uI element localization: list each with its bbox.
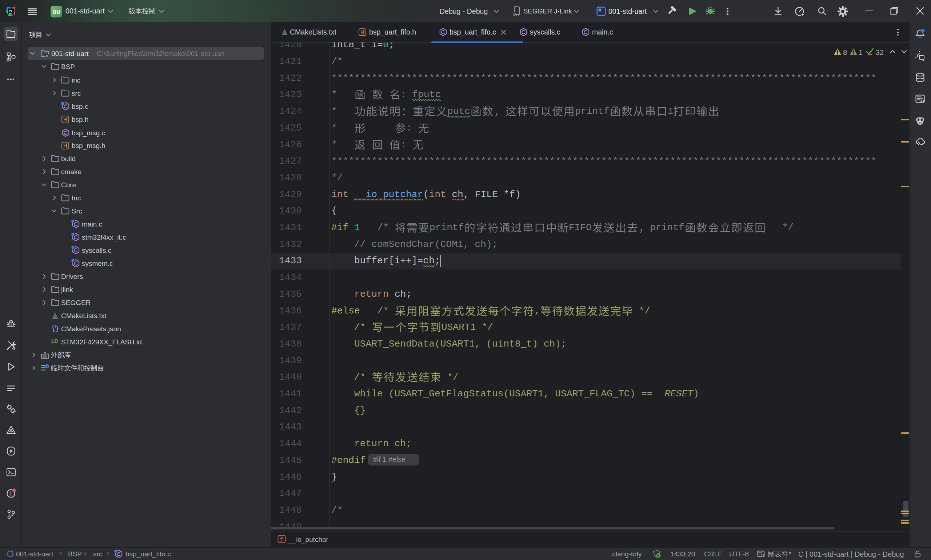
svg-text:CL: CL [9,9,13,13]
svg-text:OU: OU [53,9,60,16]
